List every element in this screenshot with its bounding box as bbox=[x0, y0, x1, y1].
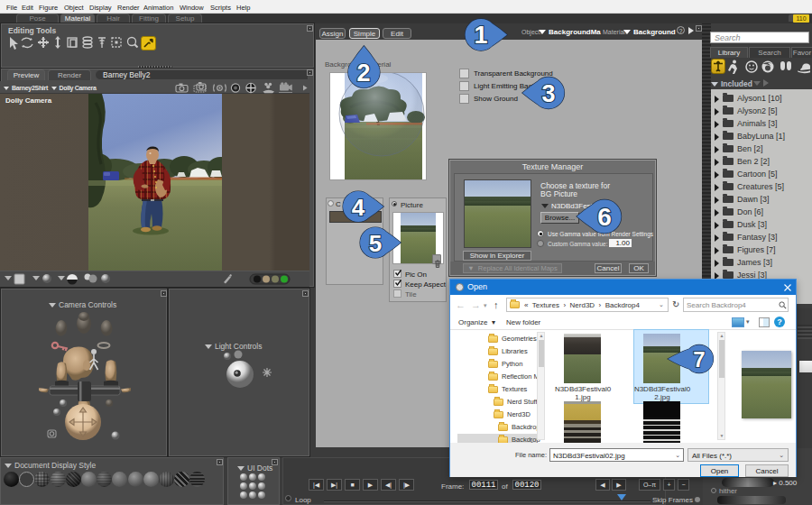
svg-text:2: 2 bbox=[356, 60, 370, 87]
svg-text:5: 5 bbox=[369, 230, 382, 257]
svg-text:3: 3 bbox=[541, 80, 555, 107]
svg-text:7: 7 bbox=[693, 347, 705, 372]
svg-text:4: 4 bbox=[352, 194, 365, 221]
svg-text:6: 6 bbox=[597, 203, 612, 231]
svg-text:1: 1 bbox=[474, 22, 487, 49]
